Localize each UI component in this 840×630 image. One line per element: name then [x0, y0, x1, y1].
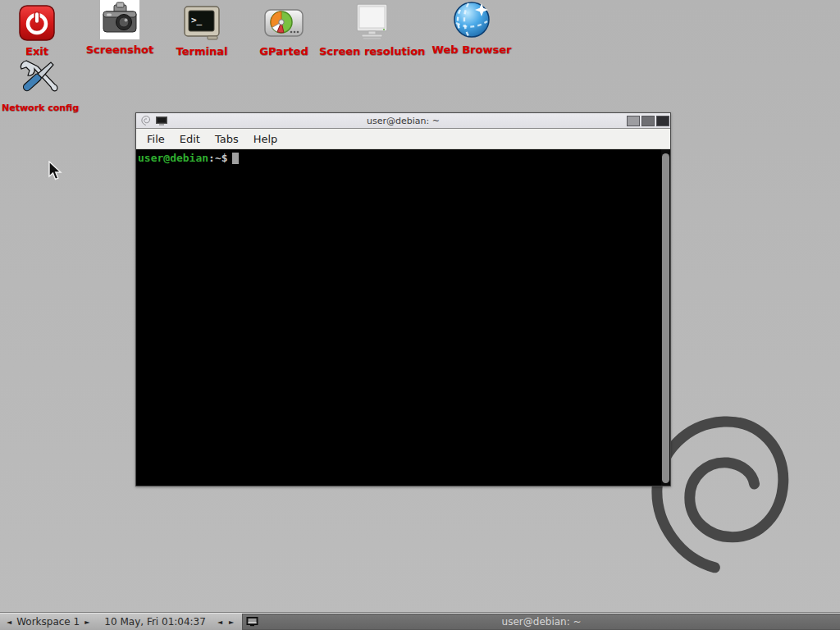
desktop-icon-screenshot[interactable]: Screenshot	[80, 0, 159, 56]
exit-icon	[7, 2, 66, 41]
workspace-prev-arrow[interactable]: ◄	[0, 614, 15, 630]
terminal-screen[interactable]: user@debian:~$	[136, 149, 661, 486]
task-monitor-icon	[246, 617, 259, 630]
monitor-icon	[319, 2, 424, 41]
desktop-icon-label: Terminal	[162, 45, 241, 57]
prompt-symbol: $	[221, 152, 228, 164]
menu-help[interactable]: Help	[246, 130, 285, 148]
desktop-icon-label: Screen resolution	[319, 45, 424, 57]
menu-edit[interactable]: Edit	[172, 130, 208, 148]
close-button[interactable]	[656, 116, 669, 126]
window-title: user@debian: ~	[136, 116, 670, 126]
menu-tabs[interactable]: Tabs	[208, 130, 246, 148]
terminal-window: user@debian: ~ File Edit Tabs Help user@…	[135, 112, 671, 486]
globe-icon	[427, 0, 516, 39]
svg-text:>_: >_	[191, 15, 203, 25]
clock-next-arrow[interactable]: ►	[226, 614, 237, 630]
desktop-icon-web-browser[interactable]: Web Browser	[427, 0, 516, 56]
desktop-icon-label: Network config	[2, 103, 75, 113]
window-menubar: File Edit Tabs Help	[136, 129, 670, 149]
prompt-user-host: user@debian	[138, 152, 208, 164]
camera-icon	[80, 0, 159, 39]
task-button-label: user@debian: ~	[502, 616, 582, 628]
disk-partition-icon	[246, 2, 322, 41]
crt-terminal-icon: >_	[162, 2, 241, 41]
desktop-icon-label: GParted	[246, 45, 322, 57]
prompt-path: ~	[215, 152, 221, 164]
maximize-button[interactable]	[641, 116, 655, 126]
minimize-button[interactable]	[627, 116, 640, 126]
prompt-separator: :	[208, 152, 215, 164]
terminal-cursor	[232, 153, 239, 164]
desktop-icon-label: Screenshot	[80, 43, 159, 56]
desktop-icon-gparted[interactable]: GParted	[246, 2, 322, 57]
scrollbar-thumb[interactable]	[662, 153, 669, 483]
tools-icon	[2, 56, 75, 98]
window-titlebar[interactable]: user@debian: ~	[136, 113, 670, 129]
desktop-icon-exit[interactable]: Exit	[7, 2, 66, 57]
clock-prev-arrow[interactable]: ◄	[214, 614, 226, 630]
workspace-label[interactable]: Workspace 1	[15, 616, 81, 628]
terminal-scrollbar[interactable]	[661, 149, 670, 486]
task-button-terminal[interactable]: user@debian: ~	[242, 614, 840, 630]
workspace-next-arrow[interactable]: ►	[81, 614, 93, 630]
mouse-cursor	[48, 161, 64, 185]
desktop-icon-network-config[interactable]: Network config	[2, 56, 75, 113]
desktop-icon-label: Web Browser	[427, 43, 516, 56]
menu-file[interactable]: File	[139, 130, 172, 148]
taskbar: ◄ Workspace 1 ► 10 May, Fri 01:04:37 ◄ ►…	[0, 613, 840, 630]
desktop-icon-terminal[interactable]: >_ Terminal	[162, 2, 241, 57]
desktop-icon-screen-resolution[interactable]: Screen resolution	[319, 2, 424, 57]
taskbar-clock: 10 May, Fri 01:04:37	[93, 616, 214, 628]
